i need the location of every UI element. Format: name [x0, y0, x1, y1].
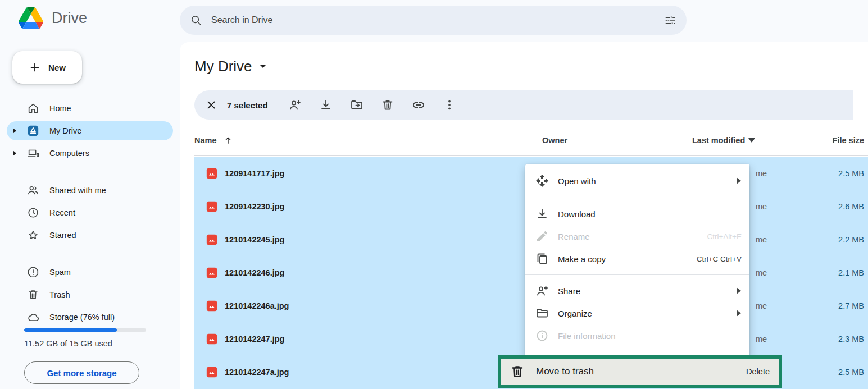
starred-icon — [27, 229, 39, 241]
caret-down-icon — [748, 138, 755, 143]
new-button[interactable]: New — [12, 51, 82, 84]
close-selection-button[interactable] — [199, 93, 224, 117]
move-to-folder-icon — [350, 98, 363, 112]
computers-icon — [27, 147, 39, 159]
link-button[interactable] — [406, 93, 431, 117]
search-options-icon[interactable] — [664, 14, 676, 26]
sidebar-item-trash[interactable]: Trash — [7, 285, 173, 304]
menu-item-share[interactable]: Share — [525, 280, 749, 302]
shortcut-label: Delete — [746, 367, 770, 376]
sidebar-item-shared-with-me[interactable]: Shared with me — [7, 181, 173, 200]
image-file-icon — [206, 366, 218, 378]
chevron-down-icon — [259, 64, 267, 69]
move-to-folder-button[interactable] — [344, 93, 369, 117]
close-icon — [205, 99, 217, 111]
more-options-button[interactable] — [437, 93, 462, 117]
share-icon — [535, 284, 549, 298]
menu-item-move-to-trash[interactable]: Move to trash Delete — [501, 359, 779, 385]
submenu-arrow-icon — [736, 287, 742, 294]
column-header-owner: Owner — [542, 136, 567, 145]
info-icon — [535, 329, 549, 342]
storage-usage-text: 11.52 GB of 15 GB used — [24, 339, 112, 348]
my-drive-icon — [27, 125, 39, 137]
trash-icon — [381, 98, 394, 112]
organize-icon — [535, 306, 549, 320]
sidebar-item-spam[interactable]: Spam — [7, 263, 173, 282]
drive-logo: Drive — [19, 7, 87, 29]
sidebar-item-computers[interactable]: Computers — [7, 144, 173, 163]
page-title-my-drive[interactable]: My Drive — [194, 58, 267, 75]
trash-icon — [510, 364, 525, 379]
add-collaborator-icon — [288, 98, 302, 112]
sidebar: Drive New Home My Drive Computers — [0, 0, 180, 389]
menu-item-download[interactable]: Download — [525, 203, 749, 225]
menu-item-make-a-copy[interactable]: Make a copy Ctrl+C Ctrl+V — [525, 248, 749, 270]
main-content: My Drive 7 selected — [180, 42, 868, 389]
sidebar-item-starred[interactable]: Starred — [7, 226, 173, 245]
copy-icon — [535, 252, 549, 266]
image-file-icon — [206, 333, 218, 345]
expand-arrow-icon[interactable] — [12, 128, 17, 134]
submenu-arrow-icon — [736, 177, 742, 184]
cloud-icon — [27, 311, 39, 323]
column-header-last-modified[interactable]: Last modified — [692, 136, 755, 145]
image-file-icon — [206, 234, 218, 246]
submenu-arrow-icon — [736, 310, 742, 317]
spam-icon — [27, 266, 39, 278]
open-with-icon — [535, 174, 549, 187]
column-header-file-size: File size — [833, 136, 864, 145]
menu-item-organize[interactable]: Organize — [525, 302, 749, 324]
expand-arrow-icon[interactable] — [12, 150, 17, 156]
sidebar-item-recent[interactable]: Recent — [7, 203, 173, 222]
download-icon — [319, 98, 333, 112]
selection-count: 7 selected — [227, 100, 268, 110]
selection-toolbar: 7 selected — [194, 90, 853, 120]
add-collaborator-button[interactable] — [283, 93, 307, 117]
menu-item-file-information: File information — [525, 324, 749, 347]
image-file-icon — [206, 200, 218, 213]
trash-icon — [27, 289, 39, 301]
table-header: Name Owner Last modified File size — [194, 126, 868, 156]
trash-button[interactable] — [375, 93, 400, 117]
recent-icon — [27, 207, 39, 219]
search-input[interactable] — [211, 15, 664, 25]
app-title: Drive — [52, 10, 87, 27]
sidebar-item-my-drive[interactable]: My Drive — [7, 121, 173, 140]
image-file-icon — [206, 300, 218, 312]
sidebar-item-storage[interactable]: Storage (76% full) — [7, 308, 173, 327]
rename-icon — [535, 230, 549, 243]
context-menu: Open with Download Rename Ctrl+Alt+E Mak… — [525, 164, 749, 357]
shared-with-me-icon — [27, 184, 39, 196]
link-icon — [412, 98, 425, 112]
download-icon — [535, 207, 549, 221]
download-button[interactable] — [313, 93, 338, 117]
plus-icon — [29, 61, 41, 74]
more-vert-icon — [443, 98, 456, 112]
search-bar[interactable] — [180, 6, 687, 35]
menu-item-rename: Rename Ctrl+Alt+E — [525, 225, 749, 248]
search-icon[interactable] — [190, 14, 202, 26]
image-file-icon — [206, 267, 218, 279]
sort-ascending-icon — [224, 136, 233, 145]
home-icon — [27, 102, 39, 115]
annotation-highlight: Move to trash Delete — [498, 355, 782, 388]
drive-logo-icon — [19, 7, 43, 29]
get-more-storage-button[interactable]: Get more storage — [24, 361, 139, 384]
menu-item-open-with[interactable]: Open with — [525, 164, 749, 198]
image-file-icon — [206, 167, 218, 180]
shortcut-label: Ctrl+Alt+E — [707, 232, 742, 241]
storage-progressbar — [24, 328, 146, 332]
column-header-name[interactable]: Name — [194, 136, 233, 145]
sidebar-item-home[interactable]: Home — [7, 99, 173, 118]
shortcut-label: Ctrl+C Ctrl+V — [697, 255, 742, 263]
